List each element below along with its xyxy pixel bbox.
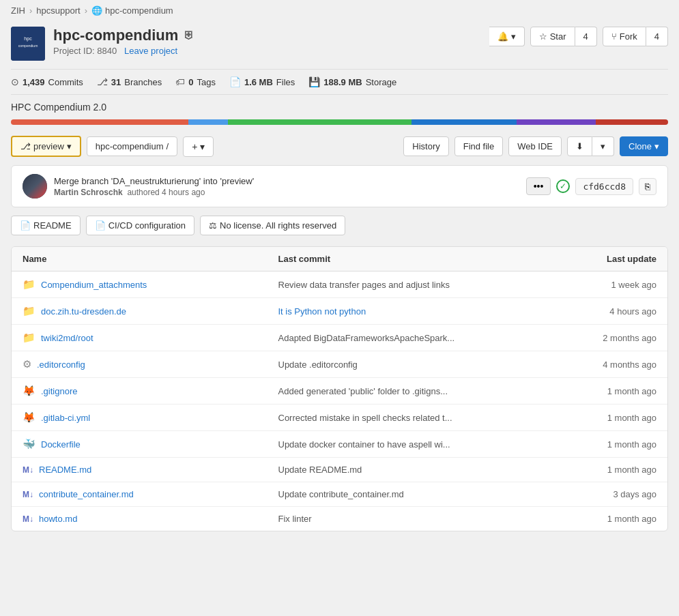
breadcrumb-current: 🌐 hpc-compendium [91, 5, 173, 16]
download-button[interactable]: ⬇ [567, 136, 592, 156]
commit-message: Merge branch 'DA_neustrukturierung' into… [54, 176, 254, 186]
project-description: HPC Compendium 2.0 [11, 102, 668, 113]
add-dropdown-icon: ▾ [200, 141, 205, 152]
readme-icon: 📄 [20, 220, 31, 231]
lang-purple [517, 119, 596, 125]
copy-icon: ⎘ [645, 181, 650, 192]
last-update: 4 months ago [534, 360, 656, 370]
gitignore-icon: 🦊 [23, 385, 35, 397]
copy-hash-button[interactable]: ⎘ [639, 178, 656, 195]
clone-button[interactable]: Clone ▾ [620, 136, 668, 156]
fork-count-button[interactable]: 4 [646, 27, 668, 46]
leave-project-link[interactable]: Leave project [124, 46, 177, 56]
last-update: 1 month ago [534, 514, 656, 524]
commit-msg: Fix linter [278, 514, 534, 524]
license-icon: ⚖ [209, 220, 217, 231]
docker-icon: 🐳 [23, 438, 35, 450]
markdown-icon: M↓ [23, 465, 33, 475]
file-name-gitignore[interactable]: 🦊 .gitignore [23, 385, 278, 397]
commit-msg: Update .editorconfig [278, 360, 534, 370]
storage-icon: 💾 [308, 76, 320, 87]
files-stat[interactable]: 📄 1.6 MB Files [229, 76, 295, 87]
repo-path: hpc-compendium [96, 141, 164, 151]
bell-icon: 🔔 [497, 31, 508, 42]
download-icon: ⬇ [576, 141, 583, 151]
history-button[interactable]: History [403, 136, 448, 156]
fork-button[interactable]: ⑂ Fork [603, 27, 646, 46]
last-update: 1 month ago [534, 386, 656, 396]
cicd-button[interactable]: 📄 CI/CD configuration [86, 216, 194, 235]
branch-selector[interactable]: ⎇ preview ▾ [11, 136, 81, 157]
download-dropdown-button[interactable]: ▾ [592, 136, 614, 156]
license-button[interactable]: ⚖ No license. All rights reserved [200, 216, 345, 235]
notifications-group: 🔔 ▾ [489, 27, 525, 46]
lang-green [228, 119, 412, 125]
ci-status-icon: ✓ [556, 179, 570, 193]
project-id: Project ID: 8840 [53, 46, 117, 56]
file-name-gitlab-ci[interactable]: 🦊 .gitlab-ci.yml [23, 411, 278, 424]
table-row: 📁 twiki2md/root Adapted BigDataFramework… [12, 325, 667, 351]
last-update: 1 month ago [534, 413, 656, 423]
storage-stat: 💾 188.9 MB Storage [308, 76, 396, 87]
table-row: M↓ README.md Update README.md 1 month ag… [12, 458, 667, 482]
commit-msg: Review data transfer pages and adjust li… [278, 280, 534, 290]
last-update: 1 week ago [534, 280, 656, 290]
branch-name: preview [33, 141, 64, 151]
project-name: hpc-compendium ⛨ [53, 27, 194, 44]
folder-icon: 📁 [23, 278, 35, 291]
add-file-button[interactable]: + ▾ [183, 136, 214, 157]
commits-stat[interactable]: ⊙ 1,439 Commits [11, 76, 83, 87]
file-name-twiki2md[interactable]: 📁 twiki2md/root [23, 332, 278, 344]
svg-text:hpc: hpc [24, 36, 32, 42]
language-bar [11, 119, 668, 125]
file-name-readme[interactable]: M↓ README.md [23, 465, 278, 475]
file-name-editorconfig[interactable]: ⚙ .editorconfig [23, 358, 278, 370]
commit-more-button[interactable]: ••• [526, 177, 551, 195]
branches-stat[interactable]: ⎇ 31 Branches [97, 76, 162, 87]
file-table: Name Last commit Last update 📁 Compendiu… [11, 246, 668, 531]
commit-msg: Update contribute_container.md [278, 489, 534, 499]
col-commit-header: Last commit [278, 254, 534, 264]
plus-icon: + [192, 141, 197, 152]
file-name-howto[interactable]: M↓ howto.md [23, 514, 278, 524]
download-chevron-icon: ▾ [601, 141, 605, 151]
last-update: 4 hours ago [534, 306, 656, 317]
file-name-contribute[interactable]: M↓ contribute_container.md [23, 489, 278, 499]
breadcrumb-zih[interactable]: ZIH [11, 5, 25, 16]
download-group: ⬇ ▾ [567, 136, 614, 156]
avatar [23, 174, 47, 199]
commit-link[interactable]: It is Python not python [278, 306, 366, 317]
commit-msg: Adapted BigDataFrameworksApacheSpark... [278, 333, 534, 343]
commit-author: Martin Schroschk authored 4 hours ago [54, 188, 254, 197]
file-name-Compendium_attachments[interactable]: 📁 Compendium_attachments [23, 278, 278, 291]
readme-button[interactable]: 📄 README [11, 216, 81, 235]
clone-chevron-icon: ▾ [654, 141, 659, 151]
table-row: 📁 doc.zih.tu-dresden.de It is Python not… [12, 298, 667, 325]
col-name-header: Name [23, 254, 278, 264]
table-row: 📁 Compendium_attachments Review data tra… [12, 272, 667, 298]
fork-group: ⑂ Fork 4 [603, 27, 668, 46]
files-icon: 📄 [229, 76, 241, 87]
file-name-dockerfile[interactable]: 🐳 Dockerfile [23, 438, 278, 450]
commit-hash: cfd6ccd8 [575, 178, 633, 195]
folder-icon: 📁 [23, 305, 35, 317]
table-row: M↓ howto.md Fix linter 1 month ago [12, 507, 667, 531]
notifications-button[interactable]: 🔔 ▾ [489, 27, 525, 46]
markdown-icon: M↓ [23, 490, 33, 499]
last-update: 2 months ago [534, 333, 656, 343]
branch-bar: ⎇ preview ▾ hpc-compendium / + ▾ History… [11, 136, 668, 157]
commit-bar: Merge branch 'DA_neustrukturierung' into… [11, 165, 668, 207]
svg-text:compendium: compendium [18, 44, 38, 48]
table-row: M↓ contribute_container.md Update contri… [12, 482, 667, 507]
breadcrumb-hpcsupport[interactable]: hpcsupport [36, 5, 80, 16]
last-update: 3 days ago [534, 489, 656, 499]
web-ide-button[interactable]: Web IDE [508, 136, 562, 156]
star-button[interactable]: ☆ Star [530, 27, 575, 46]
file-name-doc[interactable]: 📁 doc.zih.tu-dresden.de [23, 305, 278, 317]
commit-msg: It is Python not python [278, 306, 534, 317]
breadcrumb: ZIH › hpcsupport › 🌐 hpc-compendium [0, 0, 679, 21]
quick-actions: 📄 README 📄 CI/CD configuration ⚖ No lice… [11, 216, 668, 235]
find-file-button[interactable]: Find file [454, 136, 504, 156]
tags-stat[interactable]: 🏷 0 Tags [175, 76, 216, 87]
star-count-button[interactable]: 4 [575, 27, 597, 46]
